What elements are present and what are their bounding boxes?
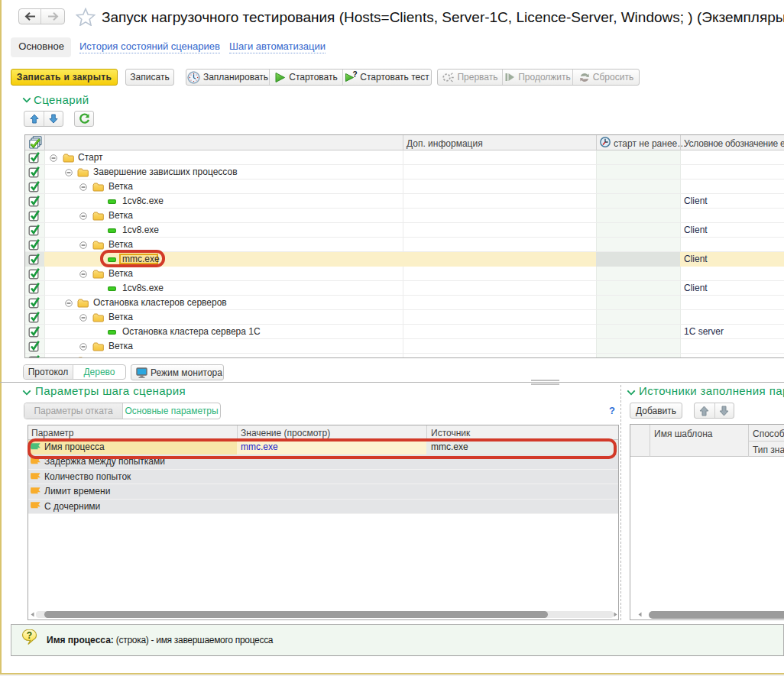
- svg-text:?: ?: [27, 630, 32, 641]
- svg-text:?: ?: [353, 71, 358, 79]
